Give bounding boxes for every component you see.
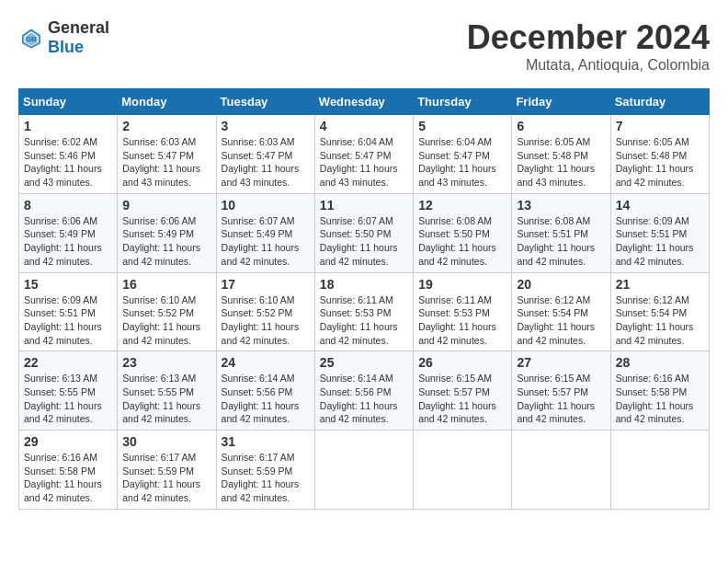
calendar-cell: 4 Sunrise: 6:04 AMSunset: 5:47 PMDayligh…: [314, 115, 413, 194]
calendar-cell: 2 Sunrise: 6:03 AMSunset: 5:47 PMDayligh…: [118, 115, 216, 194]
day-number: 29: [24, 434, 112, 449]
calendar-cell: 27 Sunrise: 6:15 AMSunset: 5:57 PMDaylig…: [512, 351, 610, 431]
day-number: 25: [320, 355, 408, 370]
calendar-cell: 31 Sunrise: 6:17 AMSunset: 5:59 PMDaylig…: [216, 431, 314, 510]
calendar-cell: 23 Sunrise: 6:13 AMSunset: 5:55 PMDaylig…: [118, 351, 216, 431]
day-number: 2: [122, 119, 210, 133]
day-info: Sunrise: 6:13 AMSunset: 5:55 PMDaylight:…: [122, 373, 200, 424]
calendar-cell: 16 Sunrise: 6:10 AMSunset: 5:52 PMDaylig…: [118, 272, 216, 351]
day-info: Sunrise: 6:12 AMSunset: 5:54 PMDaylight:…: [616, 294, 694, 346]
day-info: Sunrise: 6:05 AMSunset: 5:48 PMDaylight:…: [616, 136, 694, 188]
day-info: Sunrise: 6:08 AMSunset: 5:50 PMDaylight:…: [418, 215, 496, 267]
svg-text:GB: GB: [26, 35, 37, 43]
day-number: 13: [517, 198, 605, 213]
day-number: 23: [122, 355, 210, 370]
day-number: 27: [517, 355, 605, 370]
calendar-cell: 18 Sunrise: 6:11 AMSunset: 5:53 PMDaylig…: [314, 272, 413, 351]
day-number: 22: [24, 355, 112, 370]
day-number: 4: [320, 119, 408, 133]
calendar-cell: 24 Sunrise: 6:14 AMSunset: 5:56 PMDaylig…: [216, 351, 314, 431]
calendar-cell: 19 Sunrise: 6:11 AMSunset: 5:53 PMDaylig…: [414, 272, 512, 351]
day-number: 19: [418, 277, 506, 292]
day-info: Sunrise: 6:16 AMSunset: 5:58 PMDaylight:…: [616, 373, 694, 424]
day-info: Sunrise: 6:04 AMSunset: 5:47 PMDaylight:…: [320, 136, 398, 188]
day-info: Sunrise: 6:06 AMSunset: 5:49 PMDaylight:…: [122, 215, 200, 267]
location-title: Mutata, Antioquia, Colombia: [467, 57, 710, 74]
day-number: 5: [418, 119, 506, 133]
day-number: 30: [122, 434, 210, 449]
day-info: Sunrise: 6:07 AMSunset: 5:50 PMDaylight:…: [320, 215, 398, 267]
calendar-cell: 6 Sunrise: 6:05 AMSunset: 5:48 PMDayligh…: [512, 115, 610, 194]
day-number: 26: [418, 355, 506, 370]
day-number: 24: [222, 355, 310, 370]
calendar-cell: 26 Sunrise: 6:15 AMSunset: 5:57 PMDaylig…: [414, 351, 512, 431]
day-number: 16: [122, 277, 210, 292]
day-info: Sunrise: 6:04 AMSunset: 5:47 PMDaylight:…: [418, 136, 496, 188]
column-header-tuesday: Tuesday: [216, 89, 314, 115]
calendar-table: SundayMondayTuesdayWednesdayThursdayFrid…: [18, 88, 710, 510]
calendar-cell: 10 Sunrise: 6:07 AMSunset: 5:49 PMDaylig…: [216, 193, 314, 272]
calendar-cell: [314, 431, 413, 510]
day-number: 3: [222, 119, 310, 133]
day-info: Sunrise: 6:10 AMSunset: 5:52 PMDaylight:…: [122, 294, 200, 346]
day-number: 20: [517, 277, 605, 292]
day-info: Sunrise: 6:17 AMSunset: 5:59 PMDaylight:…: [122, 452, 200, 503]
week-row-1: 1 Sunrise: 6:02 AMSunset: 5:46 PMDayligh…: [19, 115, 710, 194]
week-row-3: 15 Sunrise: 6:09 AMSunset: 5:51 PMDaylig…: [19, 272, 710, 351]
month-title: December 2024: [467, 18, 710, 57]
day-info: Sunrise: 6:05 AMSunset: 5:48 PMDaylight:…: [517, 136, 595, 188]
calendar-cell: 30 Sunrise: 6:17 AMSunset: 5:59 PMDaylig…: [118, 431, 216, 510]
column-header-sunday: Sunday: [19, 89, 118, 115]
calendar-cell: 20 Sunrise: 6:12 AMSunset: 5:54 PMDaylig…: [512, 272, 610, 351]
day-info: Sunrise: 6:02 AMSunset: 5:46 PMDaylight:…: [24, 136, 102, 188]
logo-general-text: General: [48, 18, 109, 37]
day-info: Sunrise: 6:16 AMSunset: 5:58 PMDaylight:…: [24, 452, 102, 503]
day-number: 9: [122, 198, 210, 213]
column-header-wednesday: Wednesday: [314, 89, 413, 115]
calendar-cell: 11 Sunrise: 6:07 AMSunset: 5:50 PMDaylig…: [314, 193, 413, 272]
calendar-cell: 7 Sunrise: 6:05 AMSunset: 5:48 PMDayligh…: [610, 115, 709, 194]
day-info: Sunrise: 6:06 AMSunset: 5:49 PMDaylight:…: [24, 215, 102, 267]
logo-icon: GB: [18, 25, 44, 51]
day-info: Sunrise: 6:09 AMSunset: 5:51 PMDaylight:…: [616, 215, 694, 267]
day-number: 11: [320, 198, 408, 213]
day-info: Sunrise: 6:15 AMSunset: 5:57 PMDaylight:…: [418, 373, 496, 424]
day-number: 21: [616, 277, 704, 292]
logo-blue-text: Blue: [48, 38, 84, 56]
day-info: Sunrise: 6:15 AMSunset: 5:57 PMDaylight:…: [517, 373, 595, 424]
day-info: Sunrise: 6:10 AMSunset: 5:52 PMDaylight:…: [222, 294, 300, 346]
day-number: 15: [24, 277, 112, 292]
day-info: Sunrise: 6:13 AMSunset: 5:55 PMDaylight:…: [24, 373, 102, 424]
calendar-cell: [414, 431, 512, 510]
calendar-cell: 9 Sunrise: 6:06 AMSunset: 5:49 PMDayligh…: [118, 193, 216, 272]
calendar-cell: 22 Sunrise: 6:13 AMSunset: 5:55 PMDaylig…: [19, 351, 118, 431]
day-info: Sunrise: 6:07 AMSunset: 5:49 PMDaylight:…: [222, 215, 300, 267]
calendar-cell: [512, 431, 610, 510]
day-number: 31: [222, 434, 310, 449]
day-number: 18: [320, 277, 408, 292]
calendar-cell: 8 Sunrise: 6:06 AMSunset: 5:49 PMDayligh…: [19, 193, 118, 272]
day-number: 14: [616, 198, 704, 213]
calendar-cell: 12 Sunrise: 6:08 AMSunset: 5:50 PMDaylig…: [414, 193, 512, 272]
calendar-cell: 28 Sunrise: 6:16 AMSunset: 5:58 PMDaylig…: [610, 351, 709, 431]
day-info: Sunrise: 6:03 AMSunset: 5:47 PMDaylight:…: [222, 136, 300, 188]
calendar-cell: [610, 431, 709, 510]
column-header-saturday: Saturday: [610, 89, 709, 115]
week-row-4: 22 Sunrise: 6:13 AMSunset: 5:55 PMDaylig…: [19, 351, 710, 431]
day-info: Sunrise: 6:11 AMSunset: 5:53 PMDaylight:…: [418, 294, 496, 346]
title-area: December 2024 Mutata, Antioquia, Colombi…: [467, 18, 710, 74]
column-header-thursday: Thursday: [414, 89, 512, 115]
day-info: Sunrise: 6:17 AMSunset: 5:59 PMDaylight:…: [222, 452, 300, 503]
column-header-monday: Monday: [118, 89, 216, 115]
day-info: Sunrise: 6:12 AMSunset: 5:54 PMDaylight:…: [517, 294, 595, 346]
day-number: 10: [222, 198, 310, 213]
day-info: Sunrise: 6:14 AMSunset: 5:56 PMDaylight:…: [222, 373, 300, 424]
calendar-cell: 1 Sunrise: 6:02 AMSunset: 5:46 PMDayligh…: [19, 115, 118, 194]
day-info: Sunrise: 6:14 AMSunset: 5:56 PMDaylight:…: [320, 373, 398, 424]
calendar-cell: 5 Sunrise: 6:04 AMSunset: 5:47 PMDayligh…: [414, 115, 512, 194]
day-info: Sunrise: 6:09 AMSunset: 5:51 PMDaylight:…: [24, 294, 102, 346]
calendar-cell: 21 Sunrise: 6:12 AMSunset: 5:54 PMDaylig…: [610, 272, 709, 351]
header-row: SundayMondayTuesdayWednesdayThursdayFrid…: [19, 89, 710, 115]
day-number: 1: [24, 119, 112, 133]
day-info: Sunrise: 6:11 AMSunset: 5:53 PMDaylight:…: [320, 294, 398, 346]
